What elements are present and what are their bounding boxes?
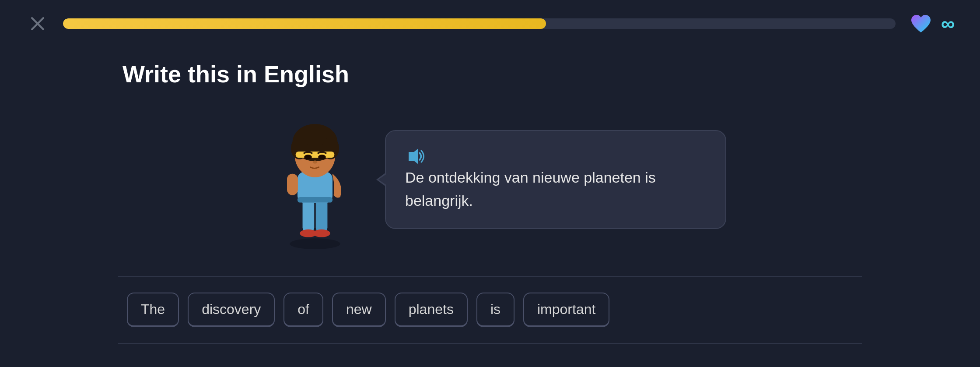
svg-rect-15 <box>296 152 335 158</box>
heart-icon[interactable] <box>910 13 932 34</box>
word-chip[interactable]: important <box>523 293 609 327</box>
exercise-area: De ontdekking van nieuwe planeten is bel… <box>118 109 862 250</box>
word-chip[interactable]: discovery <box>188 293 275 327</box>
close-button[interactable] <box>26 12 49 35</box>
word-chip[interactable]: of <box>284 293 323 327</box>
svg-rect-4 <box>316 199 328 232</box>
word-chip[interactable]: The <box>127 293 179 327</box>
svg-point-2 <box>290 238 340 249</box>
word-chip[interactable]: is <box>476 293 514 327</box>
character-illustration <box>254 109 376 250</box>
word-chip[interactable]: new <box>332 293 386 327</box>
svg-rect-3 <box>303 199 315 232</box>
svg-rect-8 <box>298 197 332 202</box>
sound-button[interactable] <box>405 147 424 166</box>
svg-rect-9 <box>287 174 298 195</box>
progress-bar-container <box>63 18 896 29</box>
svg-point-16 <box>304 155 312 159</box>
progress-bar-fill <box>63 18 546 29</box>
svg-marker-19 <box>409 148 418 164</box>
main-content: Write this in English <box>0 47 980 344</box>
header: ∞ <box>0 0 980 47</box>
svg-point-17 <box>318 155 326 159</box>
word-bank: Thediscoveryofnewplanetsisimportant <box>127 293 853 327</box>
header-icons: ∞ <box>910 13 954 35</box>
infinite-icon: ∞ <box>941 13 954 35</box>
dutch-sentence: De ontdekking van nieuwe planeten is bel… <box>405 166 706 212</box>
word-bank-section: Thediscoveryofnewplanetsisimportant <box>118 276 862 344</box>
character-container <box>254 109 376 250</box>
speech-bubble: De ontdekking van nieuwe planeten is bel… <box>385 130 726 229</box>
word-chip[interactable]: planets <box>395 293 468 327</box>
bubble-content: De ontdekking van nieuwe planeten is bel… <box>405 147 706 212</box>
svg-point-18 <box>313 160 318 163</box>
page-title: Write this in English <box>26 60 349 88</box>
svg-point-6 <box>313 229 330 237</box>
